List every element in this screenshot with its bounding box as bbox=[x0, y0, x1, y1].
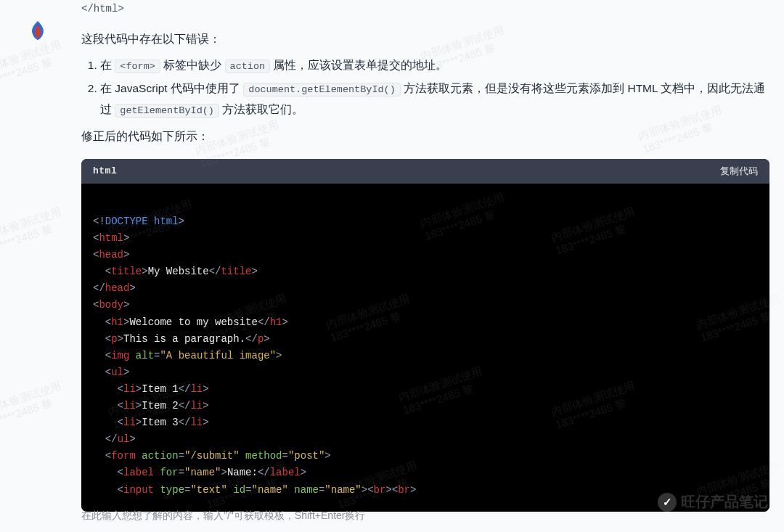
fixed-code-label: 修正后的代码如下所示： bbox=[81, 125, 769, 147]
code-lang-label: html bbox=[93, 165, 117, 176]
error-list: 在 <form> 标签中缺少 action 属性，应该设置表单提交的地址。 在 … bbox=[81, 54, 769, 120]
response-body: 这段代码中存在以下错误： 在 <form> 标签中缺少 action 属性，应该… bbox=[81, 28, 769, 147]
wechat-icon: ✓ bbox=[658, 493, 677, 512]
response-intro: 这段代码中存在以下错误： bbox=[81, 28, 769, 50]
code-block-body: <!DOCTYPE html> <html> <head> <title>My … bbox=[81, 184, 769, 512]
prior-code-fragment: </html> bbox=[81, 3, 769, 15]
inline-code: getElementById() bbox=[115, 104, 219, 118]
list-item: 在 JavaScript 代码中使用了 document.getElementB… bbox=[100, 78, 769, 120]
assistant-avatar bbox=[25, 18, 50, 43]
inline-code: document.getElementById() bbox=[243, 83, 401, 97]
code-block-header: html 复制代码 bbox=[81, 159, 769, 184]
avatar bbox=[25, 18, 50, 43]
code-block: html 复制代码 <!DOCTYPE html> <html> <head> … bbox=[81, 159, 769, 512]
inline-code: action bbox=[225, 60, 271, 73]
channel-badge: ✓ 旺仔产品笔记 bbox=[658, 492, 768, 512]
response-content: </html> 这段代码中存在以下错误： 在 <form> 标签中缺少 acti… bbox=[81, 0, 769, 512]
inline-code: <form> bbox=[115, 60, 160, 73]
copy-code-button[interactable]: 复制代码 bbox=[720, 165, 758, 178]
channel-name: 旺仔产品笔记 bbox=[681, 492, 768, 512]
chat-input-placeholder[interactable]: 在此输入您想了解的内容，输入"/"可获取模板，Shift+Enter换行 bbox=[81, 510, 365, 523]
flame-icon bbox=[27, 20, 49, 41]
list-item: 在 <form> 标签中缺少 action 属性，应该设置表单提交的地址。 bbox=[100, 54, 769, 76]
